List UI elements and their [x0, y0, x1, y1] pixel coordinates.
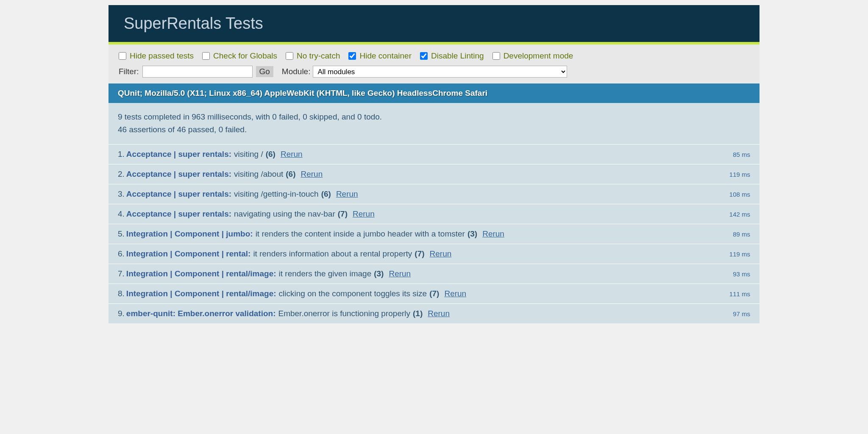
- go-button[interactable]: Go: [256, 66, 273, 77]
- checkbox-hide-passed-input[interactable]: [119, 52, 126, 60]
- test-number: 6.: [118, 249, 125, 259]
- checkbox-no-try-catch-label: No try-catch: [297, 51, 340, 61]
- toolbar-filter-row: Filter: Go Module: All modules: [119, 66, 749, 78]
- rerun-link[interactable]: Rerun: [444, 289, 466, 298]
- test-duration: 85 ms: [733, 151, 750, 158]
- checkbox-check-globals-input[interactable]: [202, 52, 210, 60]
- test-left: 2.Acceptance | super rentals:visiting /a…: [118, 170, 323, 179]
- test-name: it renders the content inside a jumbo he…: [256, 229, 465, 239]
- test-module: Acceptance | super rentals:: [126, 209, 231, 219]
- test-left: 4.Acceptance | super rentals:navigating …: [118, 209, 375, 219]
- checkbox-development-mode-label: Development mode: [504, 51, 573, 61]
- test-name: navigating using the nav-bar: [234, 209, 335, 219]
- filter-label: Filter:: [119, 67, 139, 76]
- checkbox-hide-passed[interactable]: Hide passed tests: [119, 51, 194, 61]
- test-number: 7.: [118, 269, 125, 278]
- checkbox-check-globals-label: Check for Globals: [213, 51, 277, 61]
- test-name: it renders the given image: [279, 269, 372, 278]
- summary-line-1: 9 tests completed in 963 milliseconds, w…: [118, 111, 750, 123]
- test-name: visiting /getting-in-touch: [234, 189, 319, 199]
- test-row[interactable]: 6.Integration | Component | rental:it re…: [108, 244, 760, 264]
- test-row[interactable]: 3.Acceptance | super rentals:visiting /g…: [108, 184, 760, 204]
- test-number: 9.: [118, 309, 125, 318]
- test-name: visiting /: [234, 150, 263, 159]
- test-row[interactable]: 5.Integration | Component | jumbo:it ren…: [108, 224, 760, 244]
- checkbox-hide-passed-label: Hide passed tests: [130, 51, 194, 61]
- test-assertion-count: (6): [286, 170, 295, 179]
- checkbox-check-globals[interactable]: Check for Globals: [202, 51, 277, 61]
- test-module: Acceptance | super rentals:: [126, 150, 231, 159]
- test-name: clicking on the component toggles its si…: [279, 289, 427, 298]
- test-duration: 93 ms: [733, 270, 750, 278]
- toolbar: Hide passed tests Check for Globals No t…: [108, 45, 760, 83]
- checkbox-no-try-catch[interactable]: No try-catch: [286, 51, 340, 61]
- test-assertion-count: (7): [429, 289, 439, 298]
- test-assertion-count: (3): [374, 269, 384, 278]
- rerun-link[interactable]: Rerun: [281, 150, 303, 159]
- test-left: 7.Integration | Component | rental/image…: [118, 269, 411, 278]
- test-duration: 119 ms: [729, 250, 750, 258]
- rerun-link[interactable]: Rerun: [428, 309, 450, 318]
- test-number: 5.: [118, 229, 125, 239]
- test-module: Integration | Component | rental/image:: [126, 289, 276, 298]
- checkbox-hide-container-input[interactable]: [348, 52, 356, 60]
- test-assertion-count: (1): [413, 309, 423, 318]
- test-row[interactable]: 9.ember-qunit: Ember.onerror validation:…: [108, 303, 760, 323]
- module-label: Module:: [282, 67, 311, 76]
- module-select[interactable]: All modules: [313, 66, 567, 78]
- test-duration: 108 ms: [729, 191, 750, 198]
- test-number: 1.: [118, 150, 125, 159]
- test-assertion-count: (7): [415, 249, 424, 259]
- checkbox-no-try-catch-input[interactable]: [286, 52, 293, 60]
- test-module: Acceptance | super rentals:: [126, 170, 231, 179]
- test-row[interactable]: 2.Acceptance | super rentals:visiting /a…: [108, 164, 760, 184]
- checkbox-hide-container[interactable]: Hide container: [348, 51, 412, 61]
- test-row[interactable]: 8.Integration | Component | rental/image…: [108, 284, 760, 303]
- test-left: 3.Acceptance | super rentals:visiting /g…: [118, 189, 358, 199]
- test-duration: 97 ms: [733, 310, 750, 317]
- test-row[interactable]: 4.Acceptance | super rentals:navigating …: [108, 204, 760, 224]
- filter-input[interactable]: [142, 66, 253, 78]
- checkbox-disable-linting-input[interactable]: [420, 52, 428, 60]
- page-title: SuperRentals Tests: [108, 5, 760, 42]
- checkbox-development-mode[interactable]: Development mode: [492, 51, 573, 61]
- test-left: 9.ember-qunit: Ember.onerror validation:…: [118, 309, 450, 318]
- test-duration: 111 ms: [729, 290, 750, 298]
- test-duration: 89 ms: [733, 231, 750, 238]
- rerun-link[interactable]: Rerun: [430, 249, 452, 259]
- test-module: Integration | Component | rental:: [126, 249, 251, 259]
- test-number: 2.: [118, 170, 125, 179]
- test-duration: 119 ms: [729, 171, 750, 178]
- test-left: 8.Integration | Component | rental/image…: [118, 289, 466, 298]
- test-row[interactable]: 1.Acceptance | super rentals:visiting /(…: [108, 144, 760, 164]
- rerun-link[interactable]: Rerun: [389, 269, 411, 278]
- summary-line-2: 46 assertions of 46 passed, 0 failed.: [118, 123, 750, 136]
- test-summary: 9 tests completed in 963 milliseconds, w…: [108, 103, 760, 144]
- test-name: visiting /about: [234, 170, 283, 179]
- rerun-link[interactable]: Rerun: [353, 209, 375, 219]
- toolbar-checkboxes: Hide passed tests Check for Globals No t…: [119, 51, 749, 61]
- test-row[interactable]: 7.Integration | Component | rental/image…: [108, 264, 760, 284]
- test-list: 1.Acceptance | super rentals:visiting /(…: [108, 144, 760, 323]
- test-left: 6.Integration | Component | rental:it re…: [118, 249, 451, 259]
- test-left: 5.Integration | Component | jumbo:it ren…: [118, 229, 504, 239]
- test-assertion-count: (6): [321, 189, 331, 199]
- test-name: it renders information about a rental pr…: [253, 249, 412, 259]
- test-duration: 142 ms: [729, 211, 750, 218]
- test-assertion-count: (6): [266, 150, 275, 159]
- test-assertion-count: (3): [467, 229, 477, 239]
- test-number: 3.: [118, 189, 125, 199]
- test-module: ember-qunit: Ember.onerror validation:: [126, 309, 276, 318]
- test-module: Acceptance | super rentals:: [126, 189, 231, 199]
- test-number: 4.: [118, 209, 125, 219]
- test-name: Ember.onerror is functioning properly: [278, 309, 410, 318]
- checkbox-development-mode-input[interactable]: [492, 52, 500, 60]
- test-module: Integration | Component | rental/image:: [126, 269, 276, 278]
- test-left: 1.Acceptance | super rentals:visiting /(…: [118, 150, 303, 159]
- rerun-link[interactable]: Rerun: [336, 189, 358, 199]
- checkbox-disable-linting[interactable]: Disable Linting: [420, 51, 484, 61]
- checkbox-hide-container-label: Hide container: [359, 51, 412, 61]
- checkbox-disable-linting-label: Disable Linting: [431, 51, 484, 61]
- rerun-link[interactable]: Rerun: [482, 229, 504, 239]
- rerun-link[interactable]: Rerun: [300, 170, 323, 179]
